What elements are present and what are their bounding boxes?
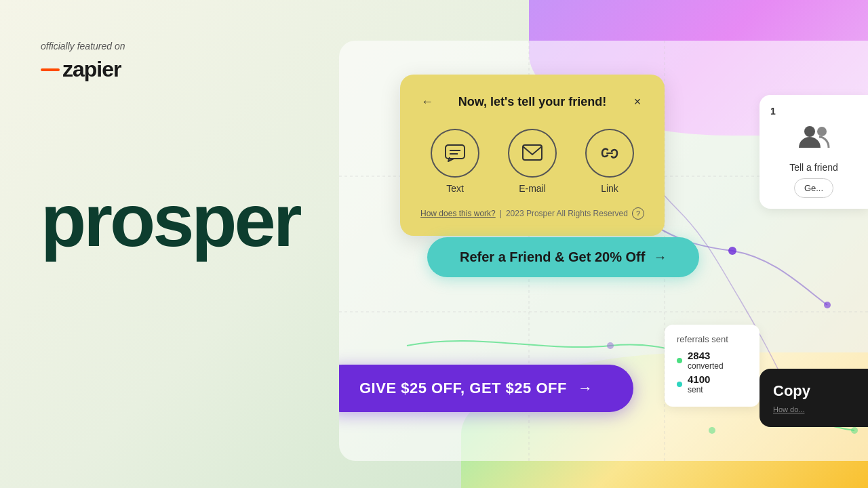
zapier-logo: zapier (41, 57, 125, 82)
stats-title: referrals sent (677, 334, 747, 344)
footer-copyright: 2023 Prosper All Rights Reserved (506, 209, 628, 218)
converted-info: 2843 converted (688, 350, 724, 371)
tell-friend-step-number: 1 (770, 106, 776, 117)
converted-label: converted (688, 361, 724, 371)
modal-icons-row: Text E-mail (416, 129, 648, 194)
tell-friend-user-icon (797, 122, 830, 157)
sent-row: 4100 sent (677, 373, 747, 394)
svg-point-16 (804, 126, 815, 137)
copy-link-text: How do... (773, 405, 804, 413)
text-icon (431, 129, 479, 178)
modal-close-button[interactable]: × (627, 91, 648, 113)
converted-row: 2843 converted (677, 350, 747, 371)
share-modal: ← Now, let's tell your friend! × Text (400, 75, 665, 236)
tell-friend-action-button[interactable]: Ge... (794, 178, 833, 198)
sent-info: 4100 sent (688, 373, 710, 394)
svg-point-5 (824, 302, 831, 308)
tell-friend-card: 1 Tell a friend Ge... (760, 95, 868, 209)
refer-friend-button[interactable]: Refer a Friend & Get 20% Off → (427, 237, 699, 277)
text-option-label: Text (446, 183, 464, 194)
share-email-option[interactable]: E-mail (508, 129, 557, 194)
email-icon (508, 129, 557, 178)
refer-btn-label: Refer a Friend & Get 20% Off (460, 249, 645, 265)
prosper-text: prosper (41, 178, 300, 262)
modal-title: Now, let's tell your friend! (438, 95, 627, 109)
left-panel: officially featured on zapier (41, 41, 125, 82)
svg-rect-14 (523, 145, 542, 160)
copy-card: Copy How do... (760, 369, 868, 427)
tell-friend-btn-label: Ge... (804, 183, 823, 193)
referrals-stats-card: referrals sent 2843 converted 4100 sent (665, 325, 760, 407)
svg-point-17 (817, 127, 827, 136)
how-does-this-work-link[interactable]: How does this work? (420, 209, 496, 218)
copy-link[interactable]: How do... (773, 405, 804, 413)
sent-label: sent (688, 385, 710, 394)
share-link-option[interactable]: Link (585, 129, 634, 194)
link-icon (585, 129, 634, 178)
zapier-dash-icon (41, 68, 60, 71)
sent-dot (677, 382, 682, 387)
flow-canvas: ← Now, let's tell your friend! × Text (339, 41, 868, 461)
svg-point-4 (728, 247, 736, 255)
svg-point-9 (851, 427, 858, 434)
tell-friend-label: Tell a friend (789, 162, 838, 173)
prosper-logo: prosper (41, 183, 300, 258)
give-btn-arrow: → (578, 380, 593, 397)
refer-btn-arrow: → (653, 249, 667, 265)
featured-label: officially featured on (41, 41, 125, 52)
footer-separator: | (500, 209, 502, 218)
modal-header: ← Now, let's tell your friend! × (416, 91, 648, 113)
email-option-label: E-mail (519, 183, 546, 194)
help-icon[interactable]: ? (632, 207, 644, 220)
give-discount-button[interactable]: GIVE $25 OFF, GET $25 OFF → (339, 365, 633, 412)
svg-point-6 (607, 342, 614, 349)
converted-dot (677, 358, 682, 363)
converted-num: 2843 (688, 350, 724, 361)
link-option-label: Link (601, 183, 618, 194)
modal-footer: How does this work? | 2023 Prosper All R… (416, 207, 648, 220)
give-btn-label: GIVE $25 OFF, GET $25 OFF (359, 380, 567, 397)
share-text-option[interactable]: Text (431, 129, 479, 194)
copy-label: Copy (773, 382, 810, 400)
sent-num: 4100 (688, 373, 710, 385)
zapier-text: zapier (62, 57, 121, 82)
svg-point-10 (709, 427, 715, 434)
ui-mockup: ← Now, let's tell your friend! × Text (339, 41, 868, 461)
svg-rect-11 (446, 145, 465, 159)
modal-back-button[interactable]: ← (416, 91, 438, 113)
